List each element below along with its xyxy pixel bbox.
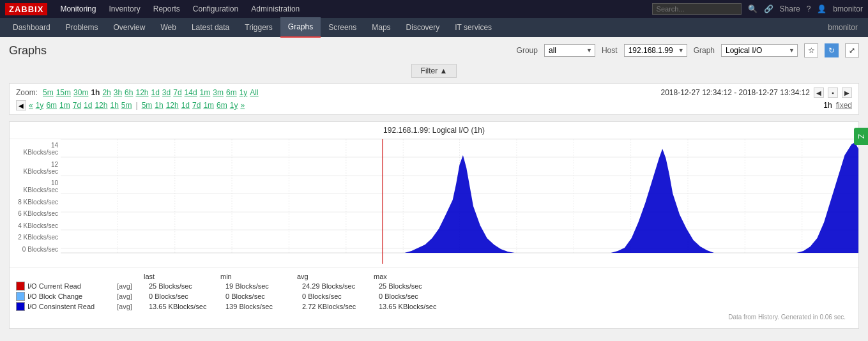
zoom-3h[interactable]: 3h	[114, 88, 122, 97]
legend-row-io-consistent: I/O Consinstent Read [avg] 13.65 KBlocks…	[16, 302, 852, 311]
y-label-8: 8 KBlocks/sec	[15, 199, 58, 206]
subnav-it-services[interactable]: IT services	[447, 18, 499, 37]
host-select[interactable]: 192.168.1.99	[624, 44, 687, 57]
time-prev-button[interactable]: ◀	[814, 87, 824, 98]
zoom-3m[interactable]: 3m	[213, 88, 224, 97]
chart-svg	[61, 139, 858, 267]
zoom-2h[interactable]: 2h	[102, 88, 110, 97]
green-side-tab[interactable]: Z	[854, 128, 868, 145]
legend-max-io-read: 25 Blocks/sec	[379, 282, 455, 290]
period-1h-fwd[interactable]: 1h	[155, 101, 163, 110]
subnav-dashboard[interactable]: Dashboard	[5, 18, 58, 37]
nav-configuration[interactable]: Configuration	[187, 0, 245, 18]
subnav-problems[interactable]: Problems	[58, 18, 106, 37]
period-7d-back[interactable]: 7d	[73, 101, 81, 110]
y-label-14: 14 KBlocks/sec	[15, 142, 58, 156]
period-back-arrow[interactable]: ◀	[16, 100, 26, 110]
search-input[interactable]	[652, 3, 742, 15]
zoom-6h[interactable]: 6h	[125, 88, 133, 97]
share-label[interactable]: Share	[780, 4, 800, 13]
user-icon[interactable]: 👤	[817, 4, 826, 13]
subnav-screens[interactable]: Screens	[321, 18, 364, 37]
zoom-all[interactable]: All	[250, 88, 258, 97]
period-1d-fwd[interactable]: 1d	[181, 101, 190, 110]
period-fwd-end[interactable]: »	[240, 101, 245, 110]
fixed-label[interactable]: fixed	[836, 101, 852, 110]
legend-avg-io-read: 24.29 Blocks/sec	[302, 282, 379, 290]
fullscreen-button[interactable]: ⤢	[845, 43, 859, 57]
zoom-section: Zoom: 5m 15m 30m 1h 2h 3h 6h 12h 1d 3d 7…	[9, 83, 859, 115]
time-center-button[interactable]: ▪	[828, 87, 838, 98]
filter-controls: Group all Host 192.168.1.99 Graph Logica…	[517, 43, 859, 57]
zoom-left: Zoom: 5m 15m 30m 1h 2h 3h 6h 12h 1d 3d 7…	[16, 88, 259, 97]
period-5m-fwd[interactable]: 5m	[142, 101, 153, 110]
legend-min-io-read: 19 Blocks/sec	[225, 282, 302, 290]
subnav-discovery[interactable]: Discovery	[399, 18, 448, 37]
zoom-1h[interactable]: 1h	[91, 88, 100, 97]
host-label: Host	[602, 46, 618, 55]
period-1y-back[interactable]: 1y	[36, 101, 44, 110]
y-label-6: 6 KBlocks/sec	[15, 210, 58, 217]
period-7d-fwd[interactable]: 7d	[192, 101, 201, 110]
period-1h-back[interactable]: 1h	[110, 101, 118, 110]
page-header: Graphs Group all Host 192.168.1.99 Graph…	[9, 43, 859, 57]
zoom-5m[interactable]: 5m	[43, 88, 54, 97]
zoom-1d[interactable]: 1d	[151, 88, 160, 97]
period-back-1y[interactable]: «	[29, 101, 33, 110]
graph-label: Graph	[694, 46, 715, 55]
subnav-latest-data[interactable]: Latest data	[184, 18, 237, 37]
chart-canvas[interactable]: 12:35 12:37 12:39 12:41 12:43 12:45 12:4…	[61, 139, 858, 267]
share-icon[interactable]: 🔗	[764, 4, 773, 13]
legend-row-io-block: I/O Block Change [avg] 0 Blocks/sec 0 Bl…	[16, 292, 852, 301]
user-label: bmonitor	[833, 4, 863, 13]
refresh-button[interactable]: ↻	[825, 43, 839, 57]
legend-header-last: last	[144, 273, 220, 280]
zoom-label: Zoom:	[16, 88, 38, 97]
subnav-triggers[interactable]: Triggers	[237, 18, 280, 37]
period-6m-fwd[interactable]: 6m	[217, 101, 227, 110]
help-icon[interactable]: ?	[807, 4, 811, 13]
zabbix-logo: ZABBIX	[5, 3, 47, 15]
zoom-15m[interactable]: 15m	[56, 88, 71, 97]
zoom-right: 2018-12-27 12:34:12 - 2018-12-27 13:34:1…	[660, 87, 852, 98]
period-12h-back[interactable]: 12h	[95, 101, 107, 110]
graph-select[interactable]: Logical I/O	[721, 44, 798, 57]
duration-label: 1h	[823, 101, 832, 110]
search-icon[interactable]: 🔍	[748, 4, 758, 13]
subnav-graphs[interactable]: Graphs	[280, 17, 321, 38]
nav-administration[interactable]: Administration	[245, 0, 306, 18]
period-1m-fwd[interactable]: 1m	[203, 101, 214, 110]
favorite-button[interactable]: ☆	[804, 43, 818, 57]
zoom-1m[interactable]: 1m	[200, 88, 211, 97]
period-6m-back[interactable]: 6m	[46, 101, 57, 110]
period-1d-back[interactable]: 1d	[84, 101, 92, 110]
filter-toggle-button[interactable]: Filter ▲	[411, 64, 457, 78]
zoom-1y[interactable]: 1y	[240, 88, 248, 97]
period-1m-back[interactable]: 1m	[59, 101, 70, 110]
zoom-6m[interactable]: 6m	[226, 88, 237, 97]
nav-reports[interactable]: Reports	[147, 0, 187, 18]
zoom-3d[interactable]: 3d	[162, 88, 171, 97]
group-select[interactable]: all	[544, 44, 595, 57]
period-12h-fwd[interactable]: 12h	[166, 101, 179, 110]
subnav-web[interactable]: Web	[153, 18, 183, 37]
top-navigation: ZABBIX Monitoring Inventory Reports Conf…	[0, 0, 868, 18]
legend-last-io-block: 0 Blocks/sec	[149, 292, 225, 300]
zoom-7d[interactable]: 7d	[173, 88, 181, 97]
zoom-12h[interactable]: 12h	[135, 88, 148, 97]
legend-name-io-read: I/O Current Read	[27, 282, 117, 290]
legend-type-io-block: [avg]	[117, 292, 149, 300]
subnav-maps[interactable]: Maps	[364, 18, 398, 37]
period-right: 1h fixed	[823, 101, 852, 110]
subnav-overview[interactable]: Overview	[105, 18, 153, 37]
nav-monitoring[interactable]: Monitoring	[54, 0, 102, 18]
zoom-14d[interactable]: 14d	[185, 88, 197, 97]
y-label-4: 4 KBlocks/sec	[15, 222, 58, 229]
period-5m-back[interactable]: 5m	[121, 101, 132, 110]
period-1y-fwd[interactable]: 1y	[230, 101, 238, 110]
time-next-button[interactable]: ▶	[842, 87, 852, 98]
legend-name-io-consistent: I/O Consinstent Read	[27, 303, 117, 310]
zoom-30m[interactable]: 30m	[73, 88, 88, 97]
svg-marker-23	[796, 142, 858, 253]
nav-inventory[interactable]: Inventory	[102, 0, 146, 18]
